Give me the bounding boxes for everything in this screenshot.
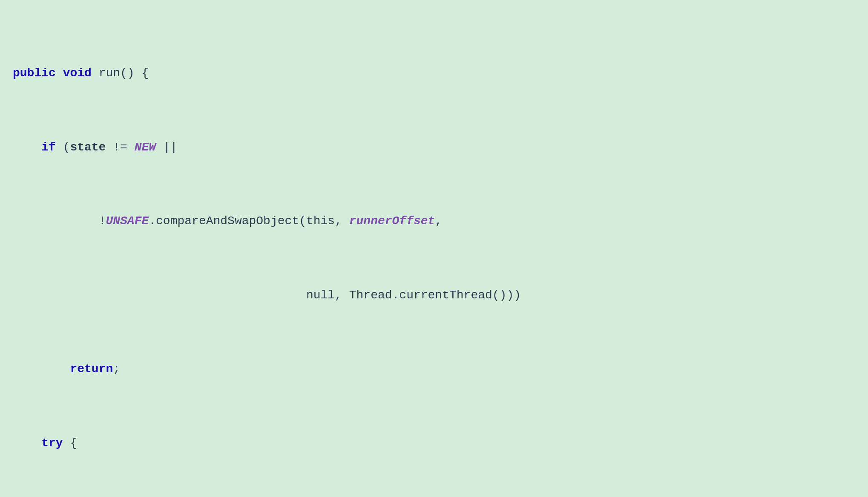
const-unsafe: UNSAFE [106, 214, 149, 228]
keyword-if: if [41, 141, 56, 154]
code-line-4: null, Thread.currentThread())) [13, 286, 855, 304]
const-runneroffset: runnerOffset [349, 214, 435, 228]
code-line-5: return; [13, 360, 855, 378]
code-line-2: if (state != NEW || [13, 138, 855, 156]
var-state: state [70, 141, 106, 154]
code-line-3: !UNSAFE.compareAndSwapObject(this, runne… [13, 212, 855, 230]
code-line-6: try { [13, 434, 855, 452]
code-line-1: public void run() { [13, 64, 855, 82]
code-viewer: public void run() { if (state != NEW || … [13, 9, 855, 497]
const-new: NEW [135, 141, 156, 154]
keyword-try: try [41, 436, 63, 450]
keyword-return: return [70, 362, 113, 376]
keyword-public: public [13, 66, 56, 80]
keyword-void: void [63, 66, 92, 80]
